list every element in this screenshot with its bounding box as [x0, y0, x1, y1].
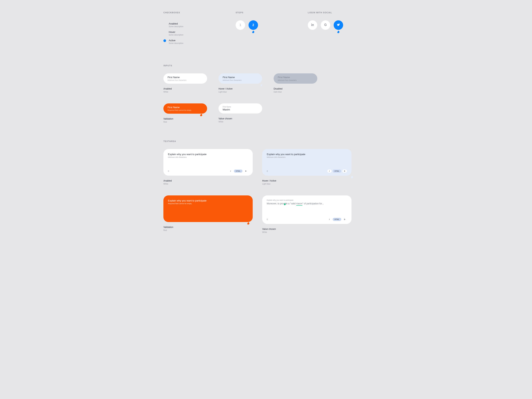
input-label: First Name: [223, 76, 258, 79]
input-value: Maxim: [223, 108, 258, 111]
format-italic-button[interactable]: I: [228, 170, 233, 173]
format-toolbar: I HTML B: [327, 170, 347, 173]
state-desc: White: [262, 231, 352, 233]
drip-icon: [284, 203, 285, 205]
input-first-name-hover[interactable]: First Name Minimum four characters: [218, 73, 262, 84]
twitter-icon: [337, 23, 340, 27]
step-2[interactable]: 2: [248, 20, 258, 30]
state-desc: Dark blue: [274, 91, 317, 93]
social-twitter[interactable]: [334, 20, 343, 30]
format-toolbar: I HTML B: [327, 218, 347, 221]
input-hint: Minimum four characters: [223, 79, 258, 81]
social-linkedin[interactable]: [308, 20, 317, 30]
state-desc: Light blue: [262, 183, 352, 185]
radio-dot: [163, 31, 166, 34]
format-html-button[interactable]: HTML: [333, 218, 341, 221]
textarea-label: Explain why you want to participate: [168, 199, 248, 202]
drip-icon: [200, 114, 202, 116]
textarea-label: Explain why you want to participate: [267, 153, 347, 156]
body-after: " of participation for...: [303, 202, 324, 205]
state-desc: Red: [163, 121, 207, 123]
radio-label: Anabled: [169, 22, 183, 25]
char-counter: 0: [267, 170, 268, 172]
drip-icon: [261, 84, 262, 86]
textarea-enabled[interactable]: Explain why you want to participate Mini…: [163, 149, 253, 176]
step-1[interactable]: 1: [236, 20, 245, 30]
state-desc: Red: [163, 229, 253, 231]
char-counter: 0: [168, 170, 169, 172]
radio-item-active[interactable]: Active Some description: [163, 39, 224, 44]
textarea-hint: Minimum 200 characters: [267, 156, 347, 158]
state-desc: White: [218, 121, 262, 123]
input-first-name-validation[interactable]: First Name Required field cannot be empt…: [163, 103, 207, 114]
state-title: Hover / Active: [262, 180, 352, 182]
textarea-body: Moreover, to provide a "valid riason" of…: [267, 202, 347, 205]
input-first-name-enabled[interactable]: First Name Minimum four characters: [163, 73, 207, 84]
radio-item-enabled[interactable]: Anabled Some description: [163, 22, 224, 28]
input-hint: Minimum four characters: [168, 79, 203, 81]
textarea-hint: Minimum 200 characters: [168, 156, 248, 158]
format-italic-button[interactable]: I: [327, 170, 332, 173]
state-title: Value chosen: [218, 117, 262, 120]
input-label: First Name: [168, 76, 203, 79]
state-title: Anabled: [163, 180, 253, 182]
state-title: Value chosen: [262, 228, 352, 230]
spellcheck-word[interactable]: riason: [296, 202, 303, 205]
drip-icon: [351, 176, 353, 178]
format-html-button[interactable]: HTML: [333, 170, 341, 173]
radio-desc: Some description: [169, 26, 183, 28]
state-title: Validation: [163, 226, 253, 228]
section-title-textarea: TEXTAREA: [163, 140, 369, 142]
radio-label: Active: [169, 39, 183, 42]
step-label: 2: [253, 23, 254, 27]
input-label: First Name: [278, 76, 313, 79]
input-hint: Minimum four characters: [278, 79, 313, 81]
step-label: 1: [240, 23, 241, 27]
social-row: [308, 20, 369, 30]
format-italic-button[interactable]: I: [327, 218, 332, 221]
radio-desc: Some description: [169, 34, 183, 36]
textarea-label: Explain why you want to participate: [168, 153, 248, 156]
radio-dot: [163, 39, 166, 42]
drip-icon: [337, 31, 339, 33]
section-title-inputs: INPUTS: [163, 64, 369, 67]
linkedin-icon: [311, 23, 314, 27]
textarea-hint: Required field cannot be empty.: [168, 203, 248, 205]
format-bold-button[interactable]: B: [342, 170, 347, 173]
social-google[interactable]: [321, 20, 330, 30]
section-title-social: LOGIN WITH SOCIAL: [308, 11, 369, 14]
format-bold-button[interactable]: B: [342, 218, 347, 221]
input-label: First Name: [168, 106, 203, 109]
char-counter: 0: [267, 219, 268, 220]
state-title: Anabled: [163, 87, 207, 90]
radio-dot: [163, 23, 166, 25]
state-desc: White: [163, 183, 253, 185]
section-title-checkboxes: CHECKBOXES: [163, 11, 224, 14]
state-title: Validation: [163, 117, 207, 120]
state-title: Disabled: [274, 87, 317, 90]
input-mini-label: First Name: [223, 106, 258, 108]
textarea-value[interactable]: Explain why you want to participate More…: [262, 195, 352, 224]
drip-icon: [247, 222, 249, 225]
radio-label: Hover: [169, 31, 183, 33]
state-desc: White: [163, 91, 207, 93]
radio-desc: Some description: [169, 42, 183, 44]
textarea-mini-label: Explain why you want to participate: [267, 199, 347, 201]
input-first-name-value[interactable]: First Name Maxim: [218, 103, 262, 114]
format-bold-button[interactable]: B: [244, 170, 248, 173]
radio-list: Anabled Some description Hover Some desc…: [163, 20, 224, 44]
textarea-validation[interactable]: Explain why you want to participate Requ…: [163, 195, 253, 222]
radio-item-hover[interactable]: Hover Some description: [163, 31, 224, 36]
state-title: Hover / Active: [218, 87, 262, 90]
google-icon: [324, 23, 327, 27]
state-desc: Light blue: [218, 91, 262, 93]
section-title-steps: STEPS: [236, 11, 296, 14]
textarea-hover[interactable]: Explain why you want to participate Mini…: [262, 149, 352, 176]
body-before: Moreover, to provide a "valid: [267, 202, 296, 205]
input-hint: Required field cannot be empty.: [168, 109, 203, 111]
input-first-name-disabled: First Name Minimum four characters: [274, 73, 317, 84]
drip-icon: [252, 31, 254, 33]
step-row: 1 2: [236, 20, 296, 30]
format-html-button[interactable]: HTML: [234, 170, 242, 173]
format-toolbar: I HTML B: [228, 170, 248, 173]
